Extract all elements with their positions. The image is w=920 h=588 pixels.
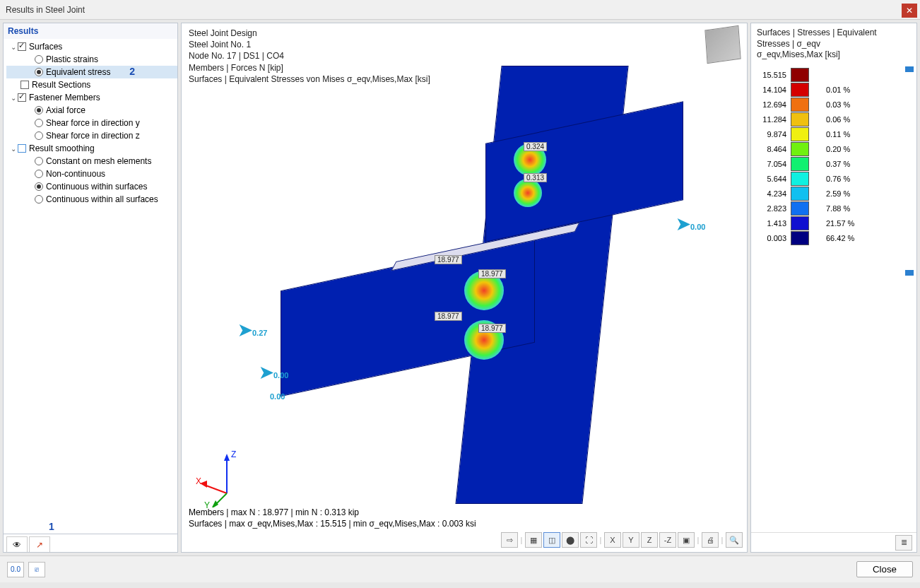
fea-label: 18.977 [478,324,506,333]
tree-shear-y[interactable]: Shear force in direction y [6,117,177,129]
tool-fit[interactable]: ⛶ [580,532,597,548]
tree-result-smoothing[interactable]: ⌄ Result smoothing [6,142,177,155]
tool-arrow[interactable]: ⇨ [501,532,518,548]
tool-view-minus-z[interactable]: -Z [659,532,676,548]
legend-row: 7.0540.37 % [757,157,911,172]
legend-settings-button[interactable]: ≣ [895,535,912,551]
radio-shear-y[interactable] [35,119,43,127]
radio-equivalent-stress[interactable] [35,68,43,76]
legend-swatch [791,142,809,156]
legend-row: 8.4640.20 % [757,142,911,157]
axis-z: Z [231,449,236,459]
tree-smooth-within-surfaces[interactable]: Continuous within surfaces [6,180,177,193]
legend-value: 2.823 [757,204,791,213]
legend-row: 15.515 [757,68,911,83]
slider-handle-top[interactable] [905,66,914,72]
window-close-button[interactable]: ✕ [902,4,917,18]
legend-title: Surfaces | Stresses | Equivalent Stresse… [757,28,911,49]
stats-line: Members | max N : 18.977 | min N : 0.313… [189,507,740,518]
legend-percent: 21.57 % [826,219,854,228]
tree-label: Surfaces [29,42,62,52]
tree-fastener-members[interactable]: ⌄ Fastener Members [6,91,177,104]
eye-icon: 👁 [13,540,21,550]
tree-smooth-noncont[interactable]: Non-continuous [6,167,177,180]
tab-graph[interactable]: ↗ [29,536,50,552]
tree-label: Plastic strains [46,54,98,64]
legend-panel: Surfaces | Stresses | Equivalent Stresse… [750,23,917,553]
tool-iso[interactable]: ▣ [678,532,695,548]
legend-swatch [791,201,809,216]
stress-hotspot [514,179,542,207]
footer-tool-1[interactable]: 0.0 [7,562,24,577]
fea-label: 0.324 [524,142,547,151]
legend-row: 11.2840.06 % [757,112,911,127]
footer-tool-2[interactable]: ⎚ [28,562,45,577]
legend-body: 15.51514.1040.01 %12.6940.03 %11.2840.06… [751,65,916,532]
checkbox-smoothing[interactable] [18,144,26,153]
chevron-down-icon[interactable]: ⌄ [9,94,18,102]
tool-view-z[interactable]: Z [641,532,658,548]
tool-grid[interactable]: ▦ [525,532,542,548]
legend-row: 1.41321.57 % [757,216,911,231]
legend-swatch [791,216,809,230]
checkbox-surfaces[interactable] [18,42,26,51]
tree-label: Result smoothing [29,143,95,153]
tool-zoom[interactable]: 🔍 [726,532,743,548]
tree-plastic-strains[interactable]: Plastic strains [6,53,177,66]
tool-view-x[interactable]: X [604,532,621,548]
tool-print[interactable]: 🖨 [702,532,719,548]
legend-row: 12.6940.03 % [757,98,911,112]
tool-surface[interactable]: ◫ [543,532,560,548]
tree-shear-z[interactable]: Shear force in direction z [6,129,177,142]
separator: | [519,532,524,548]
checkbox-result-sections[interactable] [20,81,29,89]
tree-surfaces[interactable]: ⌄ Surfaces [6,40,177,53]
legend-value: 0.003 [757,234,791,242]
main-row: Results ⌄ Surfaces Plastic strains Equiv… [0,20,920,555]
legend-swatch [791,172,809,186]
tool-view-y[interactable]: Y [623,532,639,548]
chevron-down-icon[interactable]: ⌄ [9,145,18,153]
tree-result-sections[interactable]: Result Sections [6,78,177,91]
legend-row: 0.00366.42 % [757,231,911,246]
legend-percent: 66.42 % [826,234,854,242]
tree-label: Equivalent stress [46,67,110,77]
heading-line: Steel Joint Design [189,28,430,39]
left-view-tabs: 👁 ↗ [4,534,177,552]
fea-label: 18.977 [478,269,506,278]
viewport-toolbar: ⇨ | ▦ ◫ ⬤ ⛶ | X Y Z -Z ▣ | 🖨 | 🔍 [501,532,743,549]
radio-smooth-within-all[interactable] [35,195,43,204]
legend-value: 7.054 [757,160,791,168]
window-title: Results in Steel Joint [6,5,85,15]
separator: | [696,532,700,548]
tree-smooth-constant[interactable]: Constant on mesh elements [6,155,177,167]
legend-percent: 0.03 % [826,100,850,109]
close-button[interactable]: Close [856,561,913,577]
legend-swatch [791,112,809,127]
legend-value: 12.694 [757,100,791,109]
viewport-stats: Members | max N : 18.977 | min N : 0.313… [189,507,740,529]
legend-slider[interactable] [905,65,914,276]
chevron-down-icon[interactable]: ⌄ [9,43,18,51]
checkbox-fastener[interactable] [18,93,26,102]
callout-1: 1 [49,521,54,532]
dialog-footer: 0.0 ⎚ Close [0,555,920,582]
fea-label: 18.977 [435,255,462,264]
tree-label: Continuous within all surfaces [46,194,158,204]
radio-smooth-noncont[interactable] [35,170,43,178]
legend-percent: 2.59 % [826,189,850,198]
tab-eye[interactable]: 👁 [6,536,28,552]
slider-handle-bottom[interactable] [905,270,914,276]
radio-plastic-strains[interactable] [35,55,43,64]
tree-axial-force[interactable]: Axial force [6,104,177,117]
viewport-3d[interactable]: Steel Joint Design Steel Joint No. 1 Nod… [181,23,748,553]
tree-equivalent-stress[interactable]: Equivalent stress 2 [6,66,177,78]
radio-smooth-constant[interactable] [35,157,43,165]
nav-cube[interactable] [704,25,741,64]
radio-axial-force[interactable] [35,106,43,114]
radio-shear-z[interactable] [35,131,43,140]
tool-solid[interactable]: ⬤ [562,532,579,548]
tree-smooth-within-all[interactable]: Continuous within all surfaces [6,193,177,206]
radio-smooth-within-surfaces[interactable] [35,182,43,191]
legend-row: 5.6440.76 % [757,172,911,187]
